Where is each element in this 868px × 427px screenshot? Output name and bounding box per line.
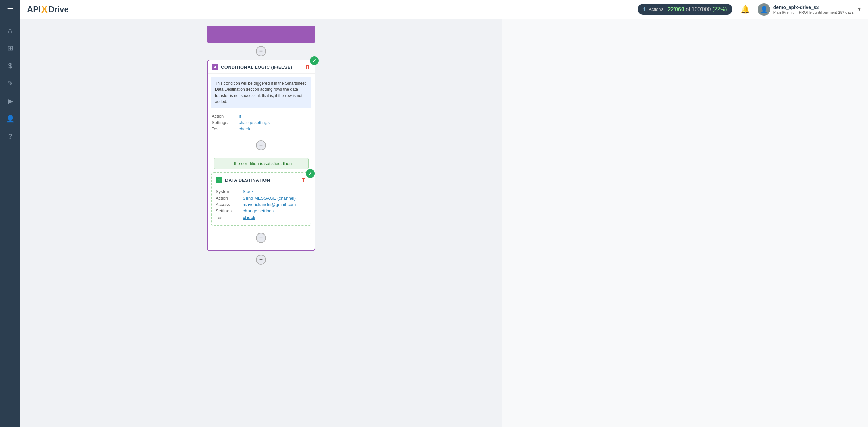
info-icon: ℹ	[643, 6, 645, 13]
dd-field-value-access[interactable]: maverickandrii@gmail.com	[243, 202, 296, 207]
sidebar-item-help[interactable]: ?	[3, 129, 18, 144]
data-destination-title: DATA DESTINATION	[225, 178, 270, 183]
dd-field-row-test: Test check	[216, 215, 307, 220]
top-bar-card	[207, 26, 315, 43]
dd-field-value-system[interactable]: Slack	[243, 189, 254, 194]
card-title: CONDITIONAL LOGIC (IF/ELSE)	[221, 65, 292, 70]
dd-field-row-settings: Settings change settings	[216, 208, 307, 214]
actions-used: 22'060	[668, 6, 684, 12]
user-name: demo_apix-drive_s3	[773, 5, 854, 10]
card-header: 4 CONDITIONAL LOGIC (IF/ELSE) 🗑	[208, 60, 315, 74]
field-row-settings: Settings change settings	[212, 120, 311, 125]
dd-field-label-access: Access	[216, 202, 243, 207]
bell-icon[interactable]: 🔔	[738, 2, 752, 17]
sidebar-item-edit[interactable]: ✎	[3, 76, 18, 91]
card-description: This condition will be triggered if in t…	[211, 77, 311, 108]
dd-field-label-action: Action	[216, 196, 243, 201]
card-delete-icon[interactable]: 🗑	[305, 64, 311, 70]
user-plan: Plan |Premium PRO| left until payment 25…	[773, 10, 854, 14]
add-step-btn-4[interactable]: +	[256, 255, 266, 265]
user-area[interactable]: 👤 demo_apix-drive_s3 Plan |Premium PRO| …	[758, 3, 861, 16]
sidebar-menu-icon[interactable]: ☰	[4, 4, 16, 18]
logo-x: X	[41, 4, 48, 15]
field-label-action: Action	[212, 114, 239, 119]
dd-field-value-test[interactable]: check	[243, 215, 255, 220]
sidebar: ☰ ⌂ ⊞ $ ✎ ▶ 👤 ?	[0, 0, 20, 427]
data-destination-delete-icon[interactable]: 🗑	[301, 177, 307, 183]
data-destination-card: ✓ 1 DATA DESTINATION 🗑 System Slack	[211, 172, 311, 226]
actions-of: of	[686, 6, 690, 12]
sidebar-item-media[interactable]: ▶	[3, 94, 18, 108]
dd-field-label-test: Test	[216, 215, 243, 220]
main-area: API X Drive ℹ Actions: 22'060 of 100'000…	[20, 0, 868, 427]
data-destination-fields: System Slack Action Send MESSAGE (channe…	[212, 186, 311, 225]
actions-label: Actions:	[649, 7, 664, 12]
dd-field-label-system: System	[216, 189, 243, 194]
dd-field-value-settings[interactable]: change settings	[243, 208, 274, 214]
navbar: API X Drive ℹ Actions: 22'060 of 100'000…	[20, 0, 868, 19]
actions-pct: (22%)	[712, 6, 727, 12]
data-destination-header: 1 DATA DESTINATION 🗑	[212, 173, 311, 186]
user-avatar: 👤	[758, 3, 770, 16]
dropdown-arrow-icon[interactable]: ▼	[857, 7, 861, 12]
field-value-test[interactable]: check	[239, 126, 250, 131]
logo-api: API	[27, 5, 41, 14]
canvas-area: + ✓ 4 CONDITIONAL LOGIC (IF/ELSE) 🗑 This…	[20, 19, 502, 427]
data-destination-check-icon: ✓	[306, 169, 315, 178]
field-label-settings: Settings	[212, 120, 239, 125]
dd-field-value-action[interactable]: Send MESSAGE (channel)	[243, 196, 296, 201]
field-value-action[interactable]: If	[239, 114, 241, 119]
sidebar-item-user[interactable]: 👤	[3, 111, 18, 126]
condition-label: if the condition is satisfied, then	[214, 158, 309, 169]
content: + ✓ 4 CONDITIONAL LOGIC (IF/ELSE) 🗑 This…	[20, 19, 868, 427]
add-step-btn-2[interactable]: +	[256, 140, 266, 150]
card-check-icon: ✓	[310, 56, 319, 65]
sidebar-item-home[interactable]: ⌂	[3, 23, 18, 38]
sidebar-item-grid[interactable]: ⊞	[3, 41, 18, 56]
add-step-btn-1[interactable]: +	[256, 46, 266, 56]
dd-field-row-action: Action Send MESSAGE (channel)	[216, 196, 307, 201]
flow-container: + ✓ 4 CONDITIONAL LOGIC (IF/ELSE) 🗑 This…	[183, 26, 339, 420]
logo: API X Drive	[27, 4, 69, 15]
field-row-test: Test check	[212, 126, 311, 131]
dd-field-row-access: Access maverickandrii@gmail.com	[216, 202, 307, 207]
dd-field-row-system: System Slack	[216, 189, 307, 194]
data-destination-num: 1	[216, 177, 222, 183]
sidebar-item-billing[interactable]: $	[3, 58, 18, 73]
card-fields: Action If Settings change settings Test …	[208, 111, 315, 137]
dd-field-label-settings: Settings	[216, 208, 243, 214]
field-value-settings[interactable]: change settings	[239, 120, 270, 125]
field-row-action: Action If	[212, 114, 311, 119]
logo-drive: Drive	[48, 5, 69, 14]
user-info: demo_apix-drive_s3 Plan |Premium PRO| le…	[773, 5, 854, 14]
card-number: 4	[212, 64, 218, 70]
actions-total: 100'000	[692, 6, 711, 12]
conditional-logic-card: ✓ 4 CONDITIONAL LOGIC (IF/ELSE) 🗑 This c…	[207, 60, 315, 251]
actions-count: 22'060 of 100'000 (22%)	[668, 6, 727, 13]
actions-badge: ℹ Actions: 22'060 of 100'000 (22%)	[638, 4, 732, 15]
add-step-btn-3[interactable]: +	[256, 233, 266, 243]
conditional-logic-card-wrapper: ✓ 4 CONDITIONAL LOGIC (IF/ELSE) 🗑 This c…	[207, 60, 315, 251]
right-panel	[502, 19, 868, 427]
field-label-test: Test	[212, 126, 239, 131]
